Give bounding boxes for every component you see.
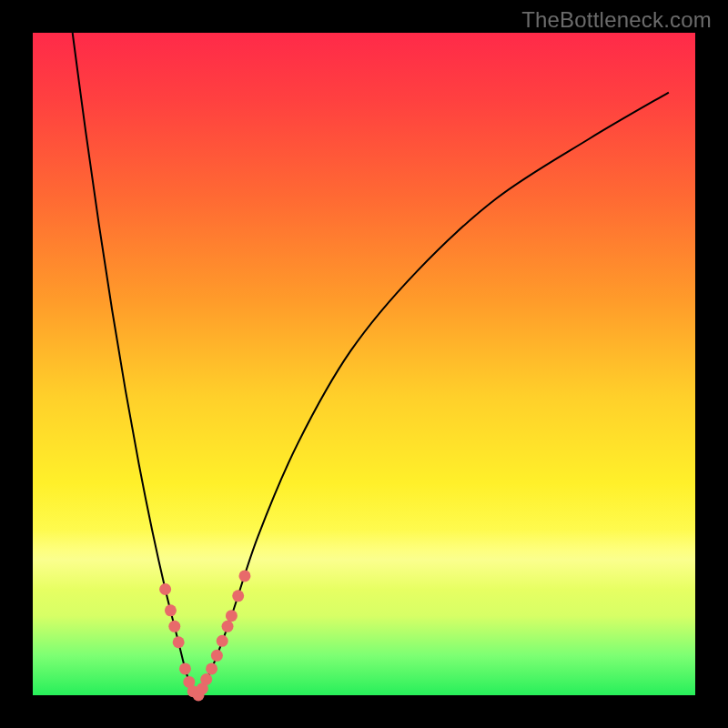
watermark-text: TheBottleneck.com: [521, 7, 712, 33]
data-marker: [200, 673, 212, 685]
left-branch-curve: [73, 33, 198, 695]
chart-svg: [33, 33, 695, 695]
data-marker: [165, 604, 177, 616]
data-marker: [168, 621, 180, 632]
chart-frame: TheBottleneck.com: [0, 0, 728, 728]
data-marker: [173, 636, 185, 648]
data-marker: [179, 662, 191, 674]
right-branch-curve: [198, 93, 669, 695]
curve-group: [73, 33, 669, 695]
data-marker: [226, 610, 238, 622]
plot-area: [33, 33, 695, 695]
data-marker: [217, 635, 228, 647]
data-marker: [159, 583, 171, 595]
data-marker: [206, 662, 217, 674]
data-marker: [222, 621, 234, 632]
data-marker: [232, 590, 244, 602]
data-marker: [238, 570, 250, 581]
data-marker: [211, 650, 223, 662]
marker-group: [159, 570, 250, 701]
